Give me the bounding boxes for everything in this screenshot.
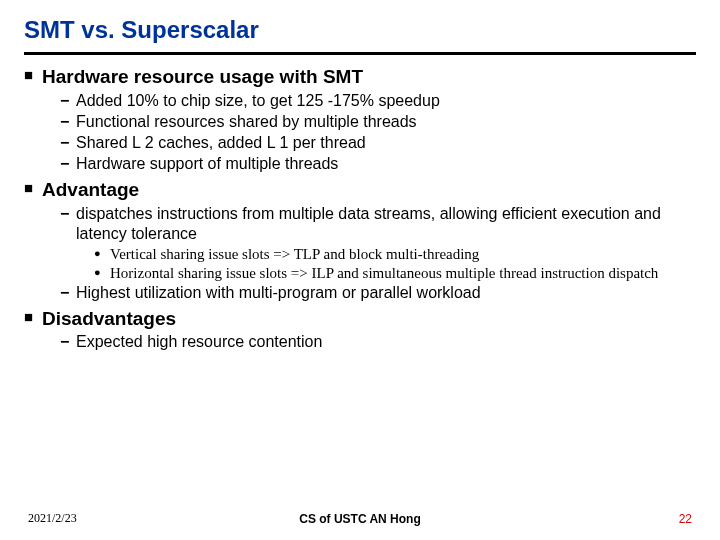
sub-bullet-item: Horizontal sharing issue slots => ILP an… xyxy=(24,264,696,282)
title-rule xyxy=(24,52,696,55)
sub-bullet-item: Vertical sharing issue slots => TLP and … xyxy=(24,245,696,263)
bullet-item: Highest utilization with multi-program o… xyxy=(24,283,696,303)
bullet-item: Hardware support of multiple threads xyxy=(24,154,696,174)
footer-page-number: 22 xyxy=(679,512,692,526)
bullet-item: Shared L 2 caches, added L 1 per thread xyxy=(24,133,696,153)
slide-title: SMT vs. Superscalar xyxy=(24,16,696,44)
bullet-item: Functional resources shared by multiple … xyxy=(24,112,696,132)
slide-body: SMT vs. Superscalar Hardware resource us… xyxy=(0,0,720,352)
section-heading: Advantage xyxy=(24,178,696,202)
footer-center: CS of USTC AN Hong xyxy=(28,512,692,526)
bullet-item: Expected high resource contention xyxy=(24,332,696,352)
slide-footer: 2021/2/23 CS of USTC AN Hong 22 xyxy=(0,512,720,526)
section-heading: Disadvantages xyxy=(24,307,696,331)
footer-date: 2021/2/23 xyxy=(28,511,77,526)
section-heading: Hardware resource usage with SMT xyxy=(24,65,696,89)
bullet-item: dispatches instructions from multiple da… xyxy=(24,204,696,244)
bullet-item: Added 10% to chip size, to get 125 -175%… xyxy=(24,91,696,111)
